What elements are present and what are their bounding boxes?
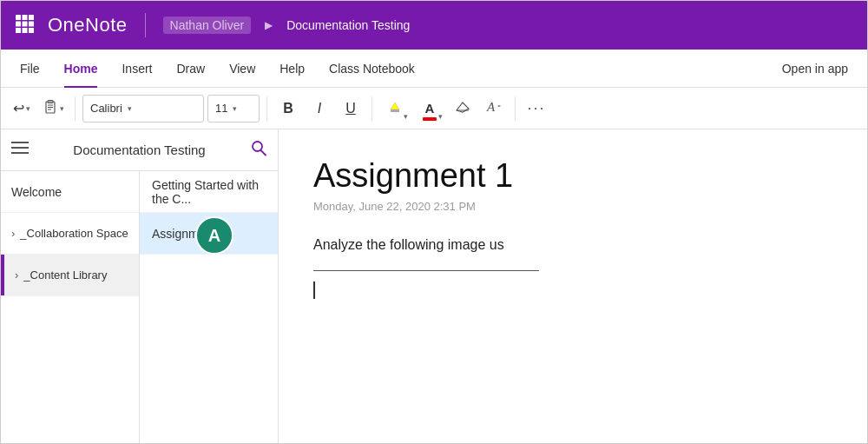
- search-icon[interactable]: [250, 139, 267, 161]
- menu-help[interactable]: Help: [267, 50, 317, 88]
- eraser-icon: [454, 99, 471, 118]
- page-body-text: Analyze the following image us: [313, 237, 832, 253]
- italic-button[interactable]: I: [306, 93, 333, 124]
- waffle-icon[interactable]: [15, 14, 34, 37]
- page-title: Assignment 1: [313, 157, 832, 195]
- text-cursor: [313, 282, 315, 299]
- eraser-button[interactable]: [449, 93, 477, 124]
- cursor-container: [313, 282, 832, 299]
- svg-rect-6: [16, 28, 21, 33]
- page-getting-started-label: Getting Started with the C...: [152, 178, 266, 206]
- underline-label: U: [345, 101, 356, 116]
- section-welcome-label: Welcome: [11, 185, 62, 199]
- menu-view[interactable]: View: [217, 50, 267, 88]
- active-section-indicator: [1, 255, 4, 295]
- font-size-value: 11: [215, 102, 227, 115]
- text-effects-button[interactable]: A: [480, 93, 508, 124]
- font-color-icon: A: [425, 101, 435, 116]
- sidebar: Documentation Testing Welcome › _Collabo…: [1, 129, 279, 444]
- undo-chevron-icon: ▾: [26, 104, 30, 113]
- menu-class-notebook[interactable]: Class Notebook: [317, 50, 427, 88]
- highlight-button[interactable]: ▾: [379, 93, 411, 124]
- menu-draw[interactable]: Draw: [164, 50, 217, 88]
- section-welcome[interactable]: Welcome: [1, 171, 139, 213]
- input-line-1: [313, 270, 539, 271]
- svg-text:A: A: [486, 100, 496, 114]
- toolbar-separator-2: [266, 96, 267, 121]
- menu-bar: File Home Insert Draw View Help Class No…: [1, 50, 867, 88]
- svg-rect-0: [16, 15, 21, 20]
- highlight-icon: [387, 99, 403, 118]
- section-content-library[interactable]: › _Content Library: [1, 255, 139, 296]
- section-collab-chevron-icon: ›: [11, 227, 15, 240]
- section-content-chevron-icon: ›: [15, 268, 18, 282]
- svg-rect-4: [23, 21, 28, 26]
- avatar: A: [195, 216, 233, 255]
- sidebar-header: Documentation Testing: [1, 129, 278, 171]
- menu-home[interactable]: Home: [52, 50, 110, 88]
- pages-list: Getting Started with the C... Assignment…: [140, 171, 278, 444]
- svg-rect-14: [391, 109, 399, 112]
- content-area[interactable]: Assignment 1 Monday, June 22, 2020 2:31 …: [279, 129, 867, 444]
- title-bar: OneNote Nathan Oliver ▶ Documentation Te…: [1, 1, 867, 50]
- breadcrumb-arrow: ▶: [265, 19, 273, 31]
- clipboard-icon: [43, 99, 58, 118]
- svg-rect-5: [29, 21, 34, 26]
- font-size-dropdown[interactable]: 11 ▾: [207, 95, 260, 123]
- more-button[interactable]: ···: [523, 93, 550, 124]
- font-color-indicator: [423, 117, 437, 121]
- svg-rect-3: [16, 21, 21, 26]
- svg-rect-7: [23, 28, 28, 33]
- menu-insert[interactable]: Insert: [109, 50, 164, 88]
- font-color-chevron-icon: ▾: [438, 112, 443, 121]
- toolbar-separator-3: [372, 96, 372, 121]
- font-family-chevron-icon: ▾: [128, 104, 132, 113]
- toolbar-separator-4: [515, 96, 516, 121]
- hamburger-icon[interactable]: [11, 141, 29, 159]
- page-metadata: Monday, June 22, 2020 2:31 PM: [313, 200, 832, 213]
- font-color-button[interactable]: A ▾: [414, 93, 445, 124]
- undo-icon: ↩: [13, 100, 24, 116]
- text-effects-icon: A: [485, 99, 503, 118]
- notebook-title-sidebar: Documentation Testing: [39, 142, 240, 157]
- font-family-dropdown[interactable]: Calibri ▾: [82, 95, 204, 123]
- underline-button[interactable]: U: [337, 93, 365, 124]
- breadcrumb-notebook: Documentation Testing: [286, 18, 410, 32]
- font-size-chevron-icon: ▾: [233, 104, 237, 113]
- section-content-label: _Content Library: [23, 268, 107, 282]
- open-in-app-button[interactable]: Open in app: [770, 50, 860, 88]
- svg-line-21: [261, 150, 266, 156]
- main-area: Documentation Testing Welcome › _Collabo…: [1, 129, 867, 444]
- sections-list: Welcome › _Collaboration Space › _Conten…: [1, 171, 140, 444]
- section-collab-label: _Collaboration Space: [20, 227, 128, 240]
- font-family-value: Calibri: [90, 102, 122, 115]
- clipboard-button[interactable]: ▾: [39, 93, 68, 124]
- svg-rect-2: [29, 15, 34, 20]
- highlight-chevron-icon: ▾: [404, 112, 408, 121]
- menu-file[interactable]: File: [8, 50, 52, 88]
- section-collaboration-space[interactable]: › _Collaboration Space: [1, 213, 139, 255]
- title-divider: [145, 13, 146, 37]
- svg-rect-8: [29, 28, 34, 33]
- breadcrumb-user: Nathan Oliver: [163, 17, 252, 34]
- page-getting-started[interactable]: Getting Started with the C...: [140, 171, 278, 213]
- toolbar-separator-1: [75, 96, 76, 121]
- bold-button[interactable]: B: [274, 93, 302, 124]
- app-name: OneNote: [48, 14, 128, 36]
- undo-button[interactable]: ↩ ▾: [8, 93, 36, 124]
- toolbar: ↩ ▾ ▾ Calibri ▾ 11 ▾ B I U: [1, 88, 867, 129]
- clipboard-chevron-icon: ▾: [60, 104, 64, 113]
- sidebar-sections: Welcome › _Collaboration Space › _Conten…: [1, 171, 278, 444]
- svg-rect-1: [23, 15, 28, 20]
- avatar-letter: A: [208, 226, 220, 246]
